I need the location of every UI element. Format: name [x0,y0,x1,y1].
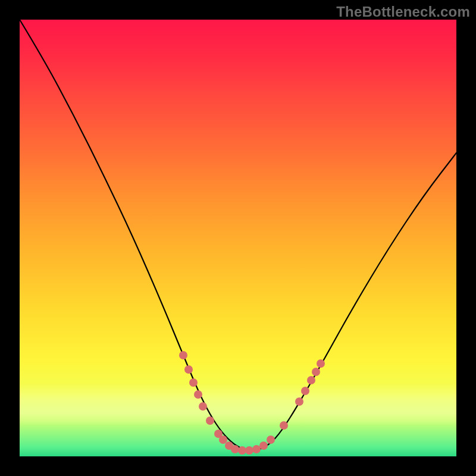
curve-marker [194,390,202,399]
curve-marker [238,446,246,455]
curve-marker [184,365,193,374]
curve-marker [280,421,288,430]
curve-marker [295,397,303,406]
curve-marker [219,436,227,444]
curve-marker [317,359,325,368]
plot-area [20,20,456,456]
curve-markers [179,351,325,455]
curve-marker [301,387,309,395]
curve-marker [312,368,320,376]
curve-marker [231,445,239,453]
curve-marker [199,402,207,411]
curve-marker [189,378,198,387]
bottleneck-curve [20,20,456,450]
curve-marker [179,351,187,359]
curve-marker [252,445,261,453]
curve-layer [20,20,456,456]
curve-marker [259,441,268,450]
curve-marker [245,446,253,455]
curve-marker [206,416,214,425]
curve-marker [267,436,275,444]
curve-marker [307,376,315,384]
chart-container: TheBottleneck.com [0,0,476,476]
watermark-text: TheBottleneck.com [336,4,470,20]
